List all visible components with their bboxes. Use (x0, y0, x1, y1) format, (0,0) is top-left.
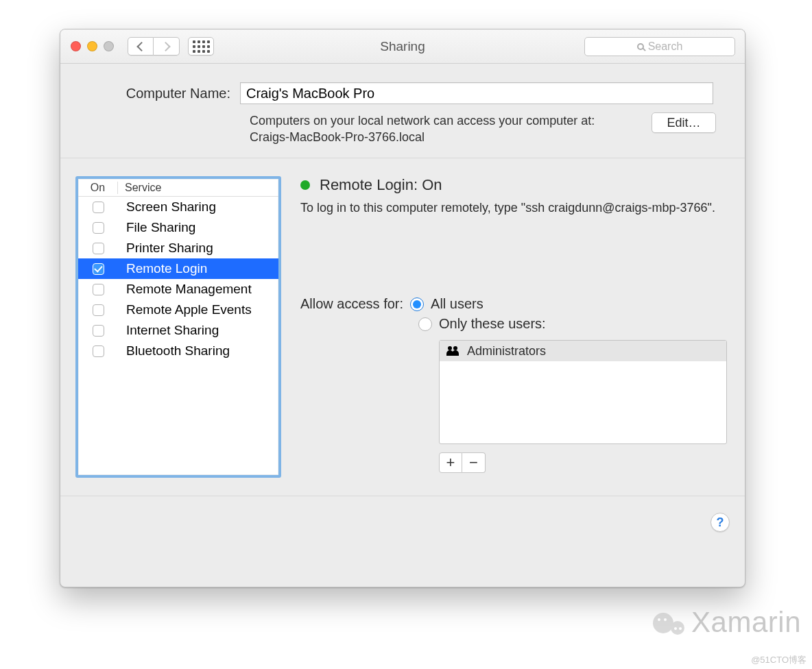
service-row[interactable]: Internet Sharing (78, 320, 278, 341)
local-network-hint-line1: Computers on your local network can acce… (250, 114, 595, 127)
chevron-left-icon (136, 41, 146, 51)
service-label: Bluetooth Sharing (118, 343, 230, 358)
service-checkbox[interactable] (93, 243, 104, 254)
service-status-title: Remote Login: On (320, 176, 442, 194)
service-row[interactable]: Screen Sharing (78, 197, 278, 217)
users-list-row-label: Administrators (467, 344, 546, 358)
service-label: File Sharing (118, 220, 195, 235)
radio-only-these-users[interactable] (418, 317, 432, 331)
minimize-window-button[interactable] (87, 41, 97, 51)
nav-group (128, 37, 180, 56)
allow-access-label: Allow access for: (300, 296, 403, 312)
service-row[interactable]: Bluetooth Sharing (78, 341, 278, 361)
service-row[interactable]: File Sharing (78, 217, 278, 238)
service-description: To log in to this computer remotely, typ… (300, 201, 730, 215)
service-label: Remote Management (118, 282, 252, 297)
service-row[interactable]: Printer Sharing (78, 238, 278, 258)
window-controls (71, 41, 114, 51)
service-checkbox[interactable] (93, 325, 104, 337)
service-checkbox[interactable] (93, 222, 104, 234)
radio-all-users[interactable] (410, 297, 424, 311)
close-window-button[interactable] (71, 41, 81, 51)
add-user-button[interactable]: + (439, 452, 462, 473)
users-list-row[interactable]: Administrators (440, 341, 726, 361)
status-indicator-icon (300, 180, 310, 190)
service-label: Screen Sharing (118, 199, 216, 215)
service-checkbox[interactable] (93, 304, 104, 316)
watermark-text: Xamarin (691, 606, 801, 639)
search-icon (637, 43, 644, 50)
local-network-hint-line2: Craigs-MacBook-Pro-3766.local (250, 130, 425, 144)
attribution-text: @51CTO博客 (751, 654, 807, 666)
sharing-main-section: On Service Screen SharingFile SharingPri… (60, 158, 745, 496)
service-row[interactable]: Remote Management (78, 279, 278, 300)
watermark: Xamarin (653, 606, 801, 639)
wechat-icon (653, 609, 684, 636)
zoom-window-button (104, 41, 114, 51)
remove-user-button[interactable]: − (462, 452, 486, 473)
computer-name-label: Computer Name: (89, 82, 240, 104)
service-checkbox[interactable] (93, 263, 104, 275)
search-input[interactable]: Search (584, 37, 735, 56)
search-placeholder: Search (648, 40, 683, 53)
service-row[interactable]: Remote Apple Events (78, 300, 278, 320)
allowed-users-list[interactable]: Administrators (439, 340, 727, 444)
local-network-hint: Computers on your local network can acce… (250, 112, 620, 145)
radio-only-these-label: Only these users: (439, 316, 546, 332)
service-checkbox[interactable] (93, 202, 104, 213)
show-all-button[interactable] (188, 37, 214, 56)
users-add-remove-group: + − (439, 452, 730, 473)
edit-hostname-button[interactable]: Edit… (652, 112, 716, 133)
grid-icon (193, 40, 210, 53)
radio-all-users-label: All users (431, 296, 483, 312)
services-col-on: On (78, 182, 118, 194)
computer-name-input[interactable] (240, 82, 713, 104)
services-header: On Service (78, 179, 278, 197)
chevron-right-icon (160, 41, 170, 51)
service-detail: Remote Login: On To log in to this compu… (300, 176, 730, 478)
service-label: Remote Apple Events (118, 302, 252, 317)
footer: ? (60, 496, 745, 551)
group-icon (446, 346, 459, 356)
back-button[interactable] (128, 37, 154, 56)
service-checkbox[interactable] (93, 345, 104, 357)
services-col-service: Service (118, 182, 161, 194)
services-list[interactable]: On Service Screen SharingFile SharingPri… (75, 176, 281, 478)
computer-name-section: Computer Name: Computers on your local n… (60, 64, 745, 158)
access-block: Allow access for: All users Only these u… (300, 296, 730, 473)
forward-button[interactable] (154, 37, 180, 56)
service-label: Printer Sharing (118, 241, 213, 256)
service-row[interactable]: Remote Login (78, 258, 278, 279)
sharing-preferences-window: Sharing Search Computer Name: Computers … (60, 29, 745, 587)
help-button[interactable]: ? (710, 513, 730, 532)
service-label: Internet Sharing (118, 323, 219, 338)
titlebar: Sharing Search (60, 29, 745, 64)
service-label: Remote Login (118, 261, 207, 276)
service-checkbox[interactable] (93, 284, 104, 295)
